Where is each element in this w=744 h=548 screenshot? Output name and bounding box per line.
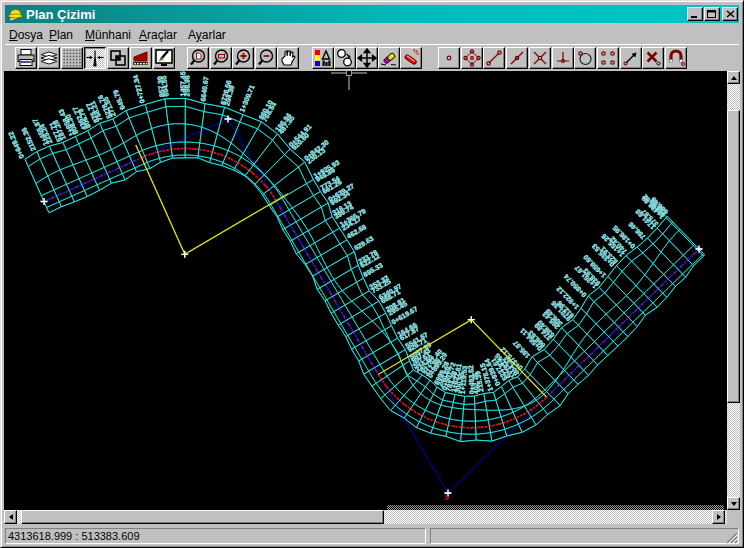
svg-text:298.98: 298.98 [184,75,191,96]
svg-text:604.55: 604.55 [160,75,170,97]
svg-text:6640.67: 6640.67 [199,76,209,102]
svg-text:0+727.34: 0+727.34 [132,74,146,104]
svg-text:1+309.71: 1+309.71 [238,84,256,114]
svg-text:2152.36: 2152.36 [20,127,37,153]
svg-text:629.63: 629.63 [353,235,375,252]
svg-text:645.79: 645.79 [112,89,127,111]
